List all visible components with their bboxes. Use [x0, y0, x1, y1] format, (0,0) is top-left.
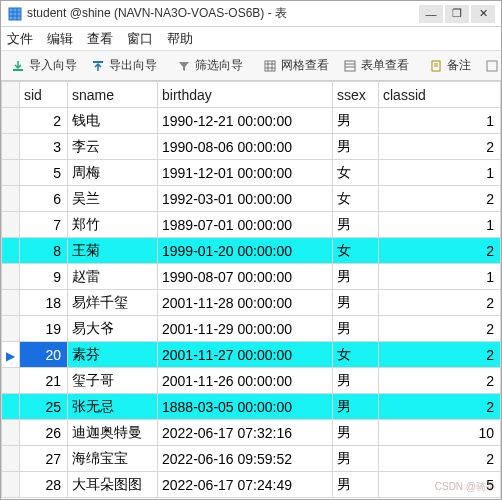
grid-view-button[interactable]: 网格查看 — [257, 55, 335, 76]
cell-sid[interactable]: 18 — [20, 290, 68, 316]
close-button[interactable]: ✕ — [471, 5, 495, 23]
table-row[interactable]: 5周梅1991-12-01 00:00:00女1 — [2, 160, 501, 186]
cell-sname[interactable]: 素芬 — [68, 342, 158, 368]
cell-sid[interactable]: 20 — [20, 342, 68, 368]
cell-birthday[interactable]: 2022-06-17 07:32:16 — [158, 420, 333, 446]
cell-ssex[interactable]: 男 — [333, 290, 379, 316]
cell-sname[interactable]: 吴兰 — [68, 186, 158, 212]
menu-view[interactable]: 查看 — [87, 30, 113, 48]
cell-sname[interactable]: 李云 — [68, 134, 158, 160]
cell-ssex[interactable]: 男 — [333, 394, 379, 420]
cell-classid[interactable]: 2 — [379, 446, 501, 472]
cell-birthday[interactable]: 2001-11-27 00:00:00 — [158, 342, 333, 368]
cell-sname[interactable]: 张无忌 — [68, 394, 158, 420]
filter-wizard-button[interactable]: 筛选向导 — [171, 55, 249, 76]
cell-sname[interactable]: 海绵宝宝 — [68, 446, 158, 472]
cell-sname[interactable]: 钱电 — [68, 108, 158, 134]
cell-sname[interactable]: 王菊 — [68, 238, 158, 264]
cell-birthday[interactable]: 1990-08-07 00:00:00 — [158, 264, 333, 290]
cell-classid[interactable]: 1 — [379, 160, 501, 186]
cell-classid[interactable]: 1 — [379, 264, 501, 290]
memo-button[interactable]: 备注 — [423, 55, 477, 76]
cell-birthday[interactable]: 1990-12-21 00:00:00 — [158, 108, 333, 134]
hex-button[interactable]: 十六进制 — [479, 55, 501, 76]
cell-sid[interactable]: 7 — [20, 212, 68, 238]
table-row[interactable]: 28大耳朵图图2022-06-17 07:24:49男5 — [2, 472, 501, 498]
cell-sid[interactable]: 3 — [20, 134, 68, 160]
cell-classid[interactable]: 2 — [379, 238, 501, 264]
cell-sname[interactable]: 赵雷 — [68, 264, 158, 290]
table-row[interactable]: 18易烊千玺2001-11-28 00:00:00男2 — [2, 290, 501, 316]
maximize-button[interactable]: ❐ — [445, 5, 469, 23]
cell-classid[interactable]: 2 — [379, 316, 501, 342]
cell-sid[interactable]: 28 — [20, 472, 68, 498]
cell-sid[interactable]: 9 — [20, 264, 68, 290]
cell-sid[interactable]: 6 — [20, 186, 68, 212]
cell-sid[interactable]: 25 — [20, 394, 68, 420]
cell-sid[interactable]: 26 — [20, 420, 68, 446]
cell-sname[interactable]: 易烊千玺 — [68, 290, 158, 316]
cell-sid[interactable]: 5 — [20, 160, 68, 186]
cell-birthday[interactable]: 1888-03-05 00:00:00 — [158, 394, 333, 420]
cell-classid[interactable]: 1 — [379, 108, 501, 134]
table-row[interactable]: 25张无忌1888-03-05 00:00:00男2 — [2, 394, 501, 420]
cell-ssex[interactable]: 女 — [333, 186, 379, 212]
cell-ssex[interactable]: 男 — [333, 108, 379, 134]
cell-ssex[interactable]: 女 — [333, 238, 379, 264]
cell-birthday[interactable]: 2001-11-29 00:00:00 — [158, 316, 333, 342]
cell-sid[interactable]: 8 — [20, 238, 68, 264]
table-row[interactable]: 6吴兰1992-03-01 00:00:00女2 — [2, 186, 501, 212]
cell-classid[interactable]: 2 — [379, 186, 501, 212]
cell-ssex[interactable]: 女 — [333, 342, 379, 368]
cell-birthday[interactable]: 2001-11-26 00:00:00 — [158, 368, 333, 394]
menu-file[interactable]: 文件 — [7, 30, 33, 48]
cell-sid[interactable]: 27 — [20, 446, 68, 472]
cell-birthday[interactable]: 2001-11-28 00:00:00 — [158, 290, 333, 316]
cell-sname[interactable]: 大耳朵图图 — [68, 472, 158, 498]
col-birthday[interactable]: birthday — [158, 82, 333, 108]
table-row[interactable]: 8王菊1999-01-20 00:00:00女2 — [2, 238, 501, 264]
cell-ssex[interactable]: 男 — [333, 472, 379, 498]
cell-ssex[interactable]: 男 — [333, 134, 379, 160]
cell-ssex[interactable]: 男 — [333, 368, 379, 394]
cell-classid[interactable]: 2 — [379, 394, 501, 420]
cell-birthday[interactable]: 2022-06-16 09:59:52 — [158, 446, 333, 472]
col-sid[interactable]: sid — [20, 82, 68, 108]
cell-ssex[interactable]: 男 — [333, 316, 379, 342]
cell-sid[interactable]: 19 — [20, 316, 68, 342]
table-row[interactable]: 2钱电1990-12-21 00:00:00男1 — [2, 108, 501, 134]
cell-sname[interactable]: 周梅 — [68, 160, 158, 186]
col-sname[interactable]: sname — [68, 82, 158, 108]
cell-sname[interactable]: 玺子哥 — [68, 368, 158, 394]
menu-help[interactable]: 帮助 — [167, 30, 193, 48]
cell-ssex[interactable]: 男 — [333, 212, 379, 238]
cell-sid[interactable]: 21 — [20, 368, 68, 394]
table-row[interactable]: 27海绵宝宝2022-06-16 09:59:52男2 — [2, 446, 501, 472]
cell-birthday[interactable]: 1990-08-06 00:00:00 — [158, 134, 333, 160]
table-row[interactable]: 19易大爷2001-11-29 00:00:00男2 — [2, 316, 501, 342]
menu-edit[interactable]: 编辑 — [47, 30, 73, 48]
cell-birthday[interactable]: 1999-01-20 00:00:00 — [158, 238, 333, 264]
data-grid[interactable]: sid sname birthday ssex classid 2钱电1990-… — [1, 81, 501, 499]
cell-sid[interactable]: 2 — [20, 108, 68, 134]
cell-ssex[interactable]: 男 — [333, 446, 379, 472]
cell-classid[interactable]: 2 — [379, 134, 501, 160]
cell-birthday[interactable]: 1989-07-01 00:00:00 — [158, 212, 333, 238]
cell-ssex[interactable]: 女 — [333, 160, 379, 186]
cell-ssex[interactable]: 男 — [333, 264, 379, 290]
cell-classid[interactable]: 1 — [379, 212, 501, 238]
cell-ssex[interactable]: 男 — [333, 420, 379, 446]
col-ssex[interactable]: ssex — [333, 82, 379, 108]
import-wizard-button[interactable]: 导入向导 — [5, 55, 83, 76]
table-row[interactable]: 21玺子哥2001-11-26 00:00:00男2 — [2, 368, 501, 394]
cell-classid[interactable]: 10 — [379, 420, 501, 446]
cell-classid[interactable]: 2 — [379, 342, 501, 368]
cell-sname[interactable]: 易大爷 — [68, 316, 158, 342]
menu-window[interactable]: 窗口 — [127, 30, 153, 48]
cell-classid[interactable]: 2 — [379, 290, 501, 316]
table-row[interactable]: 9赵雷1990-08-07 00:00:00男1 — [2, 264, 501, 290]
cell-birthday[interactable]: 1992-03-01 00:00:00 — [158, 186, 333, 212]
titlebar[interactable]: student @shine (NAVN-NA3O-VOAS-OS6B) - 表… — [1, 1, 501, 27]
table-row[interactable]: ▶20素芬2001-11-27 00:00:00女2 — [2, 342, 501, 368]
table-row[interactable]: 7郑竹1989-07-01 00:00:00男1 — [2, 212, 501, 238]
